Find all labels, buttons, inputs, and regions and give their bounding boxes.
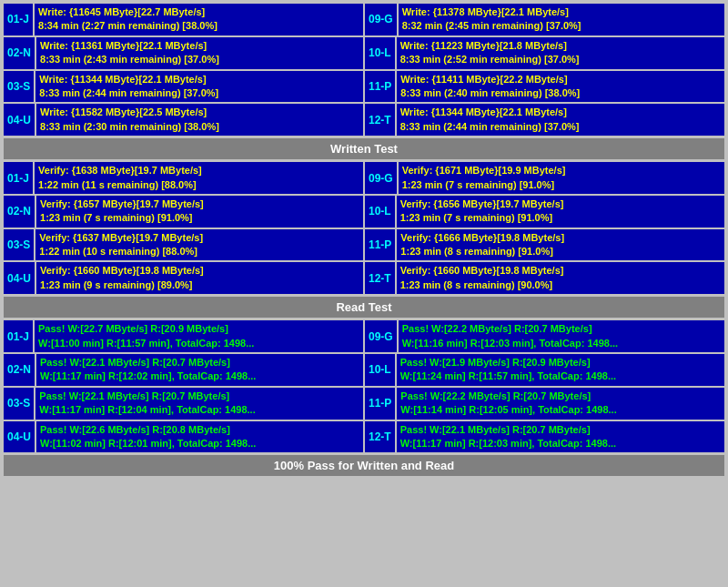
device-info-left: Verify: {1638 MByte}[19.7 MByte/s]1:22 m… xyxy=(35,162,363,194)
device-info-left: Write: {11361 MByte}[22.1 MByte/s]8:33 m… xyxy=(36,37,363,69)
left-block: 01-JWrite: {11645 MByte}[22.7 MByte/s]8:… xyxy=(4,4,363,35)
footer-bar: 100% Pass for Written and Read xyxy=(4,455,724,476)
device-info-right: Verify: {1656 MByte}[19.7 MByte/s]1:23 m… xyxy=(397,196,724,228)
written-test-label: Written Test xyxy=(330,142,398,156)
device-info-right: Pass! W:[21.9 MByte/s] R:[20.9 MByte/s]W… xyxy=(397,354,724,386)
left-block: 04-UPass! W:[22.6 MByte/s] R:[20.8 MByte… xyxy=(4,421,363,453)
device-id-right: 09-G xyxy=(365,4,397,35)
device-id-right: 10-L xyxy=(365,196,395,228)
device-id-left: 02-N xyxy=(4,37,35,69)
right-block: 12-TVerify: {1660 MByte}[19.8 MByte/s]1:… xyxy=(365,262,724,294)
read-test-header: Read Test xyxy=(4,297,724,318)
device-id-right: 11-P xyxy=(365,71,395,103)
device-info-right: Pass! W:[22.2 MByte/s] R:[20.7 MByte/s]W… xyxy=(397,388,724,420)
table-row: 02-NWrite: {11361 MByte}[22.1 MByte/s]8:… xyxy=(4,37,724,69)
table-row: 02-NVerify: {1657 MByte}[19.7 MByte/s]1:… xyxy=(4,196,724,228)
right-block: 11-PWrite: {11411 MByte}[22.2 MByte/s]8:… xyxy=(365,71,724,103)
left-block: 03-SWrite: {11344 MByte}[22.1 MByte/s]8:… xyxy=(4,71,363,103)
left-block: 02-NWrite: {11361 MByte}[22.1 MByte/s]8:… xyxy=(4,37,363,69)
device-info-left: Pass! W:[22.6 MByte/s] R:[20.8 MByte/s]W… xyxy=(36,421,363,453)
device-info-right: Pass! W:[22.2 MByte/s] R:[20.7 MByte/s]W… xyxy=(399,320,724,352)
right-block: 10-LWrite: {11223 MByte}[21.8 MByte/s]8:… xyxy=(365,37,724,69)
write-rows: 01-JWrite: {11645 MByte}[22.7 MByte/s]8:… xyxy=(4,4,724,136)
device-info-right: Write: {11378 MByte}[22.1 MByte/s]8:32 m… xyxy=(399,4,724,35)
table-row: 03-SVerify: {1637 MByte}[19.7 MByte/s]1:… xyxy=(4,229,724,261)
pass-rows: 01-JPass! W:[22.7 MByte/s] R:[20.9 MByte… xyxy=(4,320,724,452)
right-block: 09-GVerify: {1671 MByte}[19.9 MByte/s]1:… xyxy=(365,162,724,194)
right-block: 11-PPass! W:[22.2 MByte/s] R:[20.7 MByte… xyxy=(365,388,724,420)
device-info-left: Verify: {1637 MByte}[19.7 MByte/s]1:22 m… xyxy=(35,229,363,261)
device-id-right: 11-P xyxy=(365,388,395,420)
write-section: 01-JWrite: {11645 MByte}[22.7 MByte/s]8:… xyxy=(4,4,724,159)
device-id-left: 03-S xyxy=(4,388,34,420)
device-info-left: Write: {11344 MByte}[22.1 MByte/s]8:33 m… xyxy=(35,71,363,103)
device-info-left: Pass! W:[22.7 MByte/s] R:[20.9 MByte/s]W… xyxy=(35,320,363,352)
left-block: 02-NPass! W:[22.1 MByte/s] R:[20.7 MByte… xyxy=(4,354,363,386)
device-info-right: Verify: {1671 MByte}[19.9 MByte/s]1:23 m… xyxy=(399,162,724,194)
device-id-left: 02-N xyxy=(4,354,35,386)
verify-section: 01-JVerify: {1638 MByte}[19.7 MByte/s]1:… xyxy=(4,162,724,318)
device-id-left: 04-U xyxy=(4,421,35,453)
device-id-left: 01-J xyxy=(4,162,33,194)
device-id-left: 03-S xyxy=(4,71,34,103)
device-info-right: Write: {11223 MByte}[21.8 MByte/s]8:33 m… xyxy=(397,37,724,69)
device-id-right: 12-T xyxy=(365,262,395,294)
table-row: 03-SPass! W:[22.1 MByte/s] R:[20.7 MByte… xyxy=(4,388,724,420)
right-block: 09-GPass! W:[22.2 MByte/s] R:[20.7 MByte… xyxy=(365,320,724,352)
device-info-right: Write: {11344 MByte}[22.1 MByte/s]8:33 m… xyxy=(397,104,724,136)
right-block: 12-TPass! W:[22.1 MByte/s] R:[20.7 MByte… xyxy=(365,421,724,453)
footer-label: 100% Pass for Written and Read xyxy=(274,459,454,472)
device-info-left: Pass! W:[22.1 MByte/s] R:[20.7 MByte/s]W… xyxy=(35,388,363,420)
table-row: 01-JWrite: {11645 MByte}[22.7 MByte/s]8:… xyxy=(4,4,724,35)
right-block: 10-LVerify: {1656 MByte}[19.7 MByte/s]1:… xyxy=(365,196,724,228)
pass-section: 01-JPass! W:[22.7 MByte/s] R:[20.9 MByte… xyxy=(4,320,724,476)
device-info-left: Write: {11645 MByte}[22.7 MByte/s]8:34 m… xyxy=(35,4,363,35)
main-container: 01-JWrite: {11645 MByte}[22.7 MByte/s]8:… xyxy=(0,0,728,481)
device-id-left: 04-U xyxy=(4,104,35,136)
device-info-left: Verify: {1657 MByte}[19.7 MByte/s]1:23 m… xyxy=(36,196,363,228)
right-block: 09-GWrite: {11378 MByte}[22.1 MByte/s]8:… xyxy=(365,4,724,35)
device-id-right: 09-G xyxy=(365,162,397,194)
device-info-left: Write: {11582 MByte}[22.5 MByte/s]8:33 m… xyxy=(36,104,363,136)
device-id-left: 01-J xyxy=(4,320,33,352)
table-row: 04-UPass! W:[22.6 MByte/s] R:[20.8 MByte… xyxy=(4,421,724,453)
device-info-right: Verify: {1666 MByte}[19.8 MByte/s]1:23 m… xyxy=(397,229,724,261)
table-row: 04-UWrite: {11582 MByte}[22.5 MByte/s]8:… xyxy=(4,104,724,136)
device-id-left: 03-S xyxy=(4,229,34,261)
read-test-label: Read Test xyxy=(336,300,391,314)
device-id-left: 02-N xyxy=(4,196,35,228)
left-block: 01-JPass! W:[22.7 MByte/s] R:[20.9 MByte… xyxy=(4,320,363,352)
device-info-right: Pass! W:[22.1 MByte/s] R:[20.7 MByte/s]W… xyxy=(397,421,724,453)
table-row: 02-NPass! W:[22.1 MByte/s] R:[20.7 MByte… xyxy=(4,354,724,386)
left-block: 01-JVerify: {1638 MByte}[19.7 MByte/s]1:… xyxy=(4,162,363,194)
left-block: 02-NVerify: {1657 MByte}[19.7 MByte/s]1:… xyxy=(4,196,363,228)
device-info-right: Verify: {1660 MByte}[19.8 MByte/s]1:23 m… xyxy=(397,262,724,294)
left-block: 03-SVerify: {1637 MByte}[19.7 MByte/s]1:… xyxy=(4,229,363,261)
device-id-left: 04-U xyxy=(4,262,35,294)
table-row: 01-JPass! W:[22.7 MByte/s] R:[20.9 MByte… xyxy=(4,320,724,352)
table-row: 01-JVerify: {1638 MByte}[19.7 MByte/s]1:… xyxy=(4,162,724,194)
device-info-right: Write: {11411 MByte}[22.2 MByte/s]8:33 m… xyxy=(397,71,724,103)
device-info-left: Verify: {1660 MByte}[19.8 MByte/s]1:23 m… xyxy=(36,262,363,294)
verify-rows: 01-JVerify: {1638 MByte}[19.7 MByte/s]1:… xyxy=(4,162,724,294)
written-test-header: Written Test xyxy=(4,138,724,159)
device-id-right: 10-L xyxy=(365,354,395,386)
device-id-right: 12-T xyxy=(365,421,395,453)
right-block: 10-LPass! W:[21.9 MByte/s] R:[20.9 MByte… xyxy=(365,354,724,386)
device-id-left: 01-J xyxy=(4,4,33,35)
table-row: 04-UVerify: {1660 MByte}[19.8 MByte/s]1:… xyxy=(4,262,724,294)
table-row: 03-SWrite: {11344 MByte}[22.1 MByte/s]8:… xyxy=(4,71,724,103)
left-block: 03-SPass! W:[22.1 MByte/s] R:[20.7 MByte… xyxy=(4,388,363,420)
left-block: 04-UVerify: {1660 MByte}[19.8 MByte/s]1:… xyxy=(4,262,363,294)
right-block: 11-PVerify: {1666 MByte}[19.8 MByte/s]1:… xyxy=(365,229,724,261)
device-id-right: 09-G xyxy=(365,320,397,352)
right-block: 12-TWrite: {11344 MByte}[22.1 MByte/s]8:… xyxy=(365,104,724,136)
device-info-left: Pass! W:[22.1 MByte/s] R:[20.7 MByte/s]W… xyxy=(36,354,363,386)
left-block: 04-UWrite: {11582 MByte}[22.5 MByte/s]8:… xyxy=(4,104,363,136)
device-id-right: 11-P xyxy=(365,229,395,261)
device-id-right: 10-L xyxy=(365,37,395,69)
device-id-right: 12-T xyxy=(365,104,395,136)
